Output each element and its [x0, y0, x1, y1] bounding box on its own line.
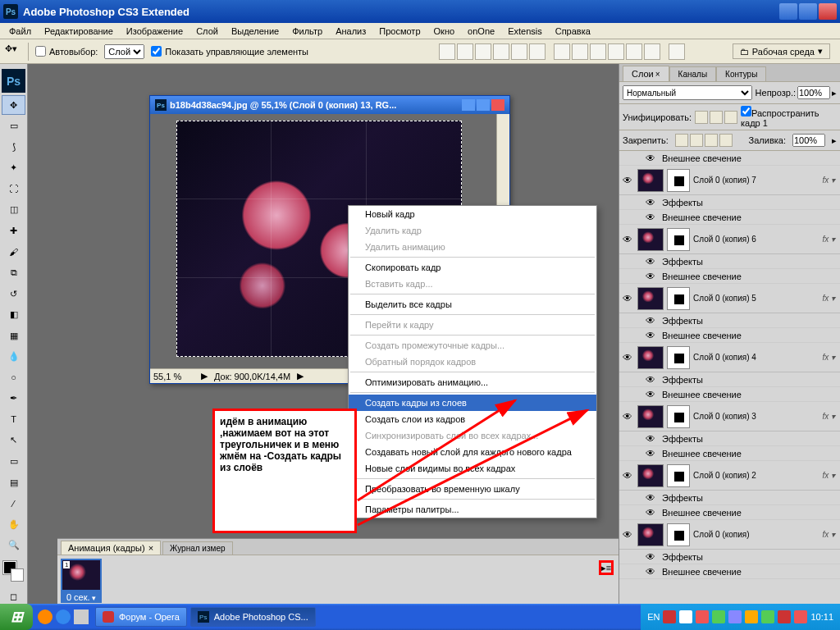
- layer-name[interactable]: Слой 0 (копия) 2: [693, 471, 819, 480]
- menu-layer[interactable]: Слой: [190, 25, 224, 38]
- lock-transparency-icon[interactable]: [675, 134, 688, 147]
- ctx-menu-item[interactable]: Создавать новый слой для каждого нового …: [349, 444, 596, 460]
- layer-row[interactable]: 👁Слой 0 (копия) 3fx ▾: [619, 402, 840, 431]
- layer-mask[interactable]: [667, 346, 690, 369]
- menu-filter[interactable]: Фильтр: [286, 25, 328, 38]
- zoom-level[interactable]: 55,1 %: [153, 372, 194, 381]
- color-swatch[interactable]: [2, 559, 25, 583]
- tray-icon[interactable]: [728, 610, 742, 623]
- tray-icon[interactable]: [712, 610, 725, 623]
- layer-thumbnail[interactable]: [637, 169, 664, 192]
- shape-tool[interactable]: ▭: [2, 452, 25, 472]
- tray-icon[interactable]: [761, 610, 774, 623]
- tab-channels[interactable]: Каналы: [669, 66, 717, 81]
- start-button[interactable]: ⊞: [0, 604, 33, 630]
- brush-tool[interactable]: 🖌: [2, 242, 25, 262]
- layer-name[interactable]: Слой 0 (копия) 4: [693, 353, 819, 362]
- fx-badge[interactable]: fx ▾: [822, 530, 835, 539]
- layer-thumbnail[interactable]: [637, 464, 664, 487]
- layer-thumbnail[interactable]: [637, 523, 664, 546]
- move-tool-icon[interactable]: ✥▾: [5, 43, 21, 60]
- menu-analysis[interactable]: Анализ: [330, 25, 372, 38]
- fx-badge[interactable]: fx ▾: [822, 294, 835, 303]
- fx-badge[interactable]: fx ▾: [822, 176, 835, 185]
- ctx-menu-item[interactable]: Скопировать кадр: [349, 259, 596, 276]
- visibility-toggle[interactable]: 👁: [621, 470, 634, 482]
- effect-row[interactable]: 👁Эффекты: [619, 254, 840, 269]
- menu-onone[interactable]: onOne: [462, 25, 500, 38]
- layer-row[interactable]: 👁Слой 0 (копия) 6fx ▾: [619, 225, 840, 254]
- distribute-icon[interactable]: [554, 43, 570, 60]
- visibility-toggle[interactable]: 👁: [621, 529, 634, 541]
- lock-position-icon[interactable]: [705, 134, 718, 147]
- layer-row[interactable]: 👁Слой 0 (копия)fx ▾: [619, 520, 840, 550]
- close-button[interactable]: [819, 3, 837, 20]
- effect-row[interactable]: 👁Эффекты: [619, 195, 840, 210]
- gradient-tool[interactable]: ▦: [2, 326, 25, 345]
- menu-help[interactable]: Справка: [550, 25, 596, 38]
- effect-row[interactable]: 👁Внешнее свечение: [619, 446, 840, 461]
- fill-input[interactable]: [792, 134, 825, 147]
- menu-extensis[interactable]: Extensis: [502, 25, 548, 38]
- layer-thumbnail[interactable]: [637, 287, 664, 310]
- layer-mask[interactable]: [667, 228, 690, 251]
- dodge-tool[interactable]: ○: [2, 368, 25, 388]
- effect-row[interactable]: 👁Эффекты: [619, 313, 840, 328]
- menu-image[interactable]: Изображение: [121, 25, 189, 38]
- propagate-checkbox[interactable]: Распространить кадр 1: [741, 106, 837, 128]
- layer-row[interactable]: 👁Слой 0 (копия) 2fx ▾: [619, 461, 840, 491]
- doc-minimize-button[interactable]: [462, 99, 475, 111]
- distribute-icon[interactable]: [626, 43, 642, 60]
- opacity-input[interactable]: [797, 86, 830, 99]
- clock[interactable]: 10:11: [810, 612, 833, 622]
- menu-view[interactable]: Просмотр: [373, 25, 426, 38]
- tray-icon[interactable]: [663, 610, 676, 623]
- eraser-tool[interactable]: ◧: [2, 305, 25, 325]
- distribute-icon[interactable]: [608, 43, 624, 60]
- visibility-toggle[interactable]: 👁: [621, 411, 634, 422]
- doc-maximize-button[interactable]: [477, 99, 490, 111]
- maximize-button[interactable]: [799, 3, 817, 20]
- layer-mask[interactable]: [667, 464, 690, 487]
- effect-row[interactable]: 👁Внешнее свечение: [619, 210, 840, 225]
- layer-thumbnail[interactable]: [637, 346, 664, 369]
- effect-row[interactable]: 👁Внешнее свечение: [619, 328, 840, 343]
- chevron-right-icon[interactable]: ▶: [297, 371, 304, 381]
- show-controls-checkbox[interactable]: Показать управляющие элементы: [151, 46, 308, 57]
- menu-select[interactable]: Выделение: [226, 25, 285, 38]
- zoom-tool[interactable]: 🔍: [2, 536, 25, 555]
- unify-visibility-icon[interactable]: [710, 111, 723, 124]
- language-indicator[interactable]: EN: [647, 612, 660, 622]
- fx-badge[interactable]: fx ▾: [822, 412, 835, 421]
- chevron-right-icon[interactable]: ▸: [832, 135, 837, 146]
- ctx-menu-item[interactable]: Новые слои видимы во всех кадрах: [349, 460, 596, 477]
- distribute-icon[interactable]: [572, 43, 588, 60]
- path-tool[interactable]: ↖: [2, 431, 25, 450]
- close-icon[interactable]: ×: [655, 70, 660, 79]
- heal-tool[interactable]: ✚: [2, 221, 25, 241]
- menu-file[interactable]: Файл: [3, 25, 37, 38]
- stamp-tool[interactable]: ⧉: [2, 263, 25, 283]
- tray-icon[interactable]: [794, 610, 807, 623]
- tray-icon[interactable]: [696, 610, 709, 623]
- marquee-tool[interactable]: ▭: [2, 116, 25, 136]
- crop-tool[interactable]: ⛶: [2, 180, 25, 199]
- ps-icon[interactable]: Ps: [2, 69, 25, 93]
- workspace-dropdown[interactable]: 🗀 Рабочая среда ▾: [733, 43, 830, 59]
- ctx-menu-item[interactable]: Оптимизировать анимацию...: [349, 374, 596, 390]
- layer-name[interactable]: Слой 0 (копия) 3: [693, 412, 819, 421]
- close-icon[interactable]: ×: [148, 543, 153, 553]
- hand-tool[interactable]: ✋: [2, 514, 25, 534]
- tab-measurement-log[interactable]: Журнал измер: [162, 541, 232, 555]
- unify-style-icon[interactable]: [724, 111, 737, 124]
- chevron-right-icon[interactable]: ▸: [832, 88, 837, 98]
- effect-row[interactable]: 👁Эффекты: [619, 431, 840, 446]
- effect-row[interactable]: 👁Внешнее свечение: [619, 269, 840, 284]
- visibility-toggle[interactable]: 👁: [621, 175, 634, 186]
- align-icon[interactable]: [511, 43, 527, 60]
- fx-badge[interactable]: fx ▾: [822, 235, 835, 244]
- animation-frame[interactable]: 1 0 сек. ▾: [61, 559, 102, 603]
- tab-layers[interactable]: Слои×: [623, 66, 669, 81]
- type-tool[interactable]: T: [2, 410, 25, 430]
- taskbar-item-opera[interactable]: Форум - Opera: [95, 607, 187, 627]
